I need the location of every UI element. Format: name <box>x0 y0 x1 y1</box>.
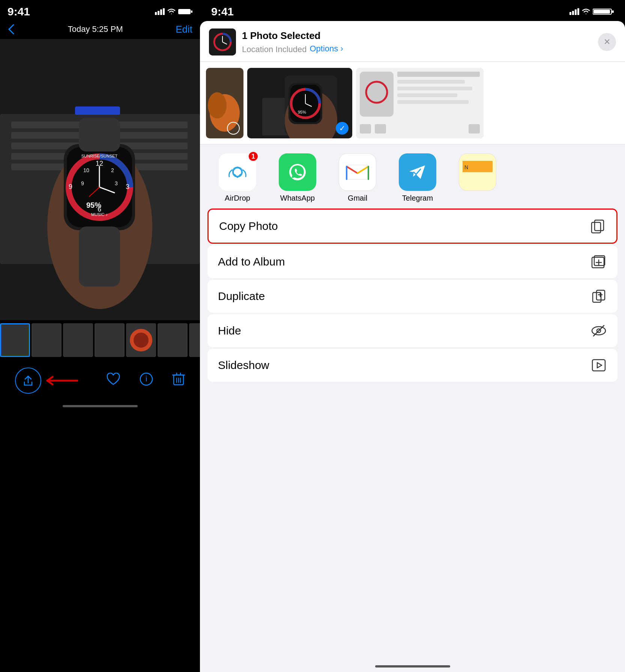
svg-text:95%: 95% <box>86 201 101 209</box>
duplicate-item[interactable]: Duplicate <box>207 280 617 313</box>
duplicate-svg <box>591 289 606 304</box>
heart-button[interactable] <box>106 373 120 389</box>
svg-rect-88 <box>595 220 604 231</box>
svg-rect-33 <box>79 118 120 152</box>
svg-rect-76 <box>397 93 457 97</box>
gmail-icon-wrap <box>339 153 376 191</box>
svg-rect-13 <box>75 106 120 115</box>
svg-rect-2 <box>160 9 162 15</box>
svg-text:SUNRISE/SUNSET: SUNRISE/SUNSET <box>81 154 118 158</box>
airdrop-badge: 1 <box>248 151 258 162</box>
copy-photo-icon <box>589 218 606 234</box>
thumbnail-5[interactable] <box>126 323 156 357</box>
share-photo-strip: 95% ✓ <box>200 62 625 144</box>
wifi-icon-right <box>581 8 590 15</box>
svg-rect-5 <box>191 10 192 13</box>
hide-label: Hide <box>218 324 590 337</box>
app-icon-more[interactable]: N <box>448 153 508 202</box>
more-icon-wrap: N <box>459 153 496 191</box>
whatsapp-svg <box>286 161 309 183</box>
whatsapp-icon-wrap <box>279 153 316 191</box>
share-header: 1 Photo Selected Location Included Optio… <box>200 21 625 62</box>
thumbnail-7[interactable] <box>189 323 200 357</box>
svg-text:MUSIC ♪: MUSIC ♪ <box>91 212 108 217</box>
slideshow-item[interactable]: Slideshow <box>207 349 617 382</box>
status-bar-right: 9:41 <box>200 0 625 21</box>
svg-rect-87 <box>592 222 601 233</box>
copy-photo-item[interactable]: Copy Photo <box>207 208 617 244</box>
copy-icon <box>590 219 605 234</box>
photo-date: Today 5:25 PM <box>68 24 123 34</box>
duplicate-icon <box>590 288 607 304</box>
action-list: Copy Photo Add to Album <box>200 208 625 662</box>
share-title: 1 Photo Selected <box>242 30 592 42</box>
svg-rect-85 <box>463 172 493 183</box>
app-icon-gmail[interactable]: Gmail <box>328 153 388 202</box>
svg-marker-101 <box>597 363 602 368</box>
thumbnail-3[interactable] <box>63 323 93 357</box>
telegram-label: Telegram <box>402 194 433 202</box>
share-subtitle: Location Included <box>242 45 306 54</box>
edit-button[interactable]: Edit <box>176 24 192 35</box>
main-photo: 12 6 9 3 10 2 9 3 95% SUNRISE/SUNSET MUS… <box>0 39 200 320</box>
photo-select-check-2: ✓ <box>336 122 349 135</box>
svg-rect-1 <box>158 11 159 15</box>
thumbnail-1[interactable] <box>0 323 30 357</box>
svg-rect-3 <box>163 8 165 15</box>
svg-point-35 <box>134 333 149 348</box>
play-svg <box>591 358 606 373</box>
info-button[interactable]: i <box>140 372 153 389</box>
signal-icon <box>155 8 165 15</box>
close-button[interactable]: ✕ <box>598 33 616 51</box>
thumbnail-strip <box>0 320 200 362</box>
copy-photo-label: Copy Photo <box>219 220 589 232</box>
right-panel: 9:41 <box>200 0 625 672</box>
share-photo-2[interactable]: 95% ✓ <box>247 68 352 138</box>
hide-svg <box>591 323 606 338</box>
home-indicator-right <box>375 665 450 668</box>
share-options-link[interactable]: Options › <box>309 44 343 54</box>
share-button[interactable] <box>15 368 41 394</box>
svg-rect-46 <box>569 12 571 15</box>
share-photo-1[interactable] <box>206 68 243 138</box>
share-photo-3 <box>356 68 484 138</box>
svg-point-59 <box>208 92 227 118</box>
hide-item[interactable]: Hide <box>207 314 617 347</box>
airdrop-svg <box>226 161 249 183</box>
svg-text:95%: 95% <box>298 110 306 114</box>
svg-rect-71 <box>360 72 394 117</box>
time-left: 9:41 <box>8 5 30 18</box>
svg-rect-73 <box>397 72 480 77</box>
thumbnail-4[interactable] <box>95 323 125 357</box>
arrow-icon <box>44 373 81 388</box>
thumbnail-2[interactable] <box>32 323 62 357</box>
slideshow-icon <box>590 357 607 374</box>
thumbnail-6[interactable] <box>158 323 188 357</box>
airdrop-icon-wrap: 1 <box>219 153 256 191</box>
svg-rect-52 <box>612 10 614 13</box>
telegram-svg <box>406 161 429 183</box>
airdrop-label: AirDrop <box>225 194 250 202</box>
battery-icon <box>178 8 192 15</box>
share-thumbnail <box>209 28 236 56</box>
trash-button[interactable] <box>172 372 185 390</box>
svg-rect-79 <box>375 124 386 134</box>
watch-photo: 12 6 9 3 10 2 9 3 95% SUNRISE/SUNSET MUS… <box>0 39 200 320</box>
app-icon-whatsapp[interactable]: WhatsApp <box>267 153 328 202</box>
share-icon <box>22 375 34 387</box>
svg-rect-32 <box>79 226 120 286</box>
app-icons-row: 1 AirDrop WhatsApp <box>200 144 625 208</box>
app-icon-telegram[interactable]: Telegram <box>388 153 448 202</box>
svg-rect-0 <box>155 12 157 15</box>
svg-point-81 <box>233 168 242 177</box>
hide-icon <box>590 322 607 339</box>
add-to-album-item[interactable]: Add to Album <box>207 245 617 278</box>
album-icon <box>591 254 606 269</box>
back-button[interactable] <box>8 23 15 35</box>
app-icon-airdrop[interactable]: 1 AirDrop <box>207 153 267 202</box>
add-to-album-icon <box>590 254 607 270</box>
svg-text:i: i <box>146 375 147 383</box>
svg-rect-80 <box>469 124 480 134</box>
trash-icon <box>172 372 185 386</box>
svg-rect-77 <box>397 100 469 104</box>
